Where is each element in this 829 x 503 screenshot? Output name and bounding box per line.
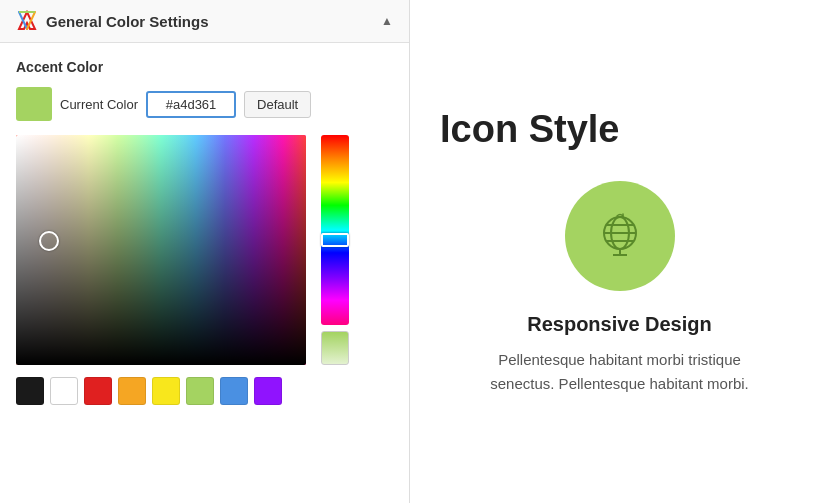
canvas-black-overlay	[16, 135, 306, 365]
hue-slider-container	[316, 135, 354, 365]
swatch-white[interactable]	[50, 377, 78, 405]
hue-bar[interactable]	[321, 135, 349, 325]
icon-circle	[565, 181, 675, 291]
current-color-label: Current Color	[60, 97, 138, 112]
color-canvas[interactable]	[16, 135, 306, 365]
swatch-orange[interactable]	[118, 377, 146, 405]
responsive-design-title: Responsive Design	[527, 313, 712, 336]
accent-color-label: Accent Color	[16, 59, 393, 75]
swatch-green[interactable]	[186, 377, 214, 405]
swatch-yellow[interactable]	[152, 377, 180, 405]
swatch-black[interactable]	[16, 377, 44, 405]
swatch-red[interactable]	[84, 377, 112, 405]
globe-icon	[595, 209, 645, 263]
collapse-arrow-icon[interactable]: ▲	[381, 14, 393, 28]
color-row: Current Color Default	[16, 87, 393, 121]
right-panel: Icon Style Responsive Design Pellentesqu…	[410, 0, 829, 503]
left-panel: General Color Settings ▲ Accent Color Cu…	[0, 0, 410, 503]
canvas-cursor	[39, 231, 59, 251]
swatch-purple[interactable]	[254, 377, 282, 405]
responsive-design-desc: Pellentesque habitant morbi tristique se…	[480, 348, 760, 396]
swatches-row	[16, 377, 393, 405]
panel-header: General Color Settings ▲	[0, 0, 409, 43]
hex-input[interactable]	[146, 91, 236, 118]
panel-title: General Color Settings	[46, 13, 209, 30]
hue-thumb	[321, 233, 349, 247]
panel-body: Accent Color Current Color Default	[0, 43, 409, 421]
opacity-bar[interactable]	[321, 331, 349, 365]
icon-style-title: Icon Style	[440, 108, 620, 151]
default-button[interactable]: Default	[244, 91, 311, 118]
panel-header-left: General Color Settings	[16, 10, 209, 32]
color-picker-area	[16, 135, 393, 365]
current-color-swatch	[16, 87, 52, 121]
logo-icon	[16, 10, 38, 32]
swatch-blue[interactable]	[220, 377, 248, 405]
